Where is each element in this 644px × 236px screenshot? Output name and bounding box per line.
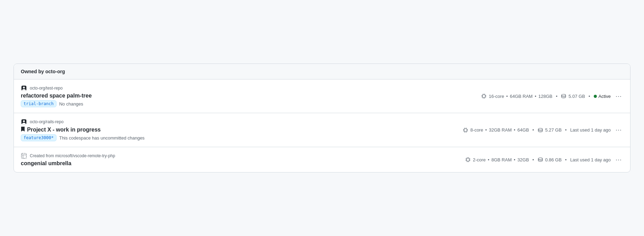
cpu-spec: 8-core [470,127,483,133]
storage-icon [538,157,543,162]
dot-separator: • [565,127,567,133]
item-right-2: 2-core • 8GB RAM • 32GB • 0.86 GB • Last… [465,155,623,164]
svg-rect-2 [482,95,485,98]
name-line-2: congenial umbrella [21,160,115,167]
storage-value: 5.27 GB [545,127,562,133]
repo-owner-text: octo-org/rails-repo [30,119,63,124]
storage-group: 5.07 GB [561,93,585,99]
last-used-text: Last used 1 day ago [570,157,611,162]
dot-separator: • [589,94,590,99]
name-line-0: refactored space palm-tree [21,93,92,99]
repo-owner-text: Created from microsoft/vscode-remote-try… [30,153,115,158]
ram-spec: 64GB RAM [510,94,533,99]
branch-line-0: trial-branchNo changes [21,100,92,107]
last-used-text: Last used 1 day ago [570,127,611,133]
repo-icon [21,85,27,91]
dot-separator: • [506,94,508,99]
codespace-name: congenial umbrella [21,160,71,167]
more-menu-button[interactable]: ··· [614,126,623,134]
dot-separator: • [556,94,558,99]
codespace-item: Created from microsoft/vscode-remote-try… [14,147,630,172]
ram-spec: 32GB RAM [489,127,512,133]
repo-line-0: octo-org/test-repo [21,85,92,91]
specs-group: 16-core • 64GB RAM • 128GB [481,93,552,99]
cpu-spec: 2-core [473,157,486,162]
cpu-icon [465,157,471,162]
branch-badge: trial-branch [21,100,56,107]
svg-rect-14 [464,129,467,132]
specs-group: 8-core • 32GB RAM • 64GB [463,127,529,133]
svg-rect-27 [467,158,469,161]
disk-spec: 64GB [517,127,529,133]
branch-status-text: No changes [59,101,83,107]
codespace-name: refactored space palm-tree [21,93,92,99]
codespace-list: octo-org/test-reporefactored space palm-… [14,79,630,172]
repo-line-1: octo-org/rails-repo [21,119,145,125]
storage-group: 0.86 GB [538,157,562,162]
svg-point-36 [538,158,542,160]
more-menu-button[interactable]: ··· [614,92,623,101]
svg-point-13 [23,120,25,122]
dot-separator: • [535,94,537,99]
item-left-0: octo-org/test-reporefactored space palm-… [21,85,92,107]
bookmark-icon [21,126,25,133]
card-header: Owned by octo-org [14,64,630,79]
codespace-name: Project X - work in progress [27,127,101,133]
disk-spec: 32GB [517,157,529,162]
cpu-icon [463,127,468,133]
storage-icon [538,127,543,133]
dot-separator: • [514,127,515,133]
codespaces-card: Owned by octo-org octo-org/test-reporefa… [14,64,630,172]
branch-status-text: This codespace has uncommitted changes [59,135,145,141]
card-title: Owned by octo-org [21,69,65,74]
dot-separator: • [532,157,534,162]
item-left-1: octo-org/rails-repoProject X - work in p… [21,119,145,141]
dot-separator: • [485,127,487,133]
dot-separator: • [565,157,567,162]
name-line-1: Project X - work in progress [21,126,145,133]
template-icon [21,153,27,159]
repo-owner-text: octo-org/test-repo [30,86,63,91]
active-label: Active [599,94,611,99]
svg-point-23 [538,128,542,130]
storage-value: 0.86 GB [545,157,562,162]
cpu-spec: 16-core [489,94,504,99]
storage-group: 5.27 GB [538,127,562,133]
dot-separator: • [532,127,534,133]
svg-point-1 [23,87,25,88]
ram-spec: 8GB RAM [491,157,512,162]
active-dot [594,95,597,98]
storage-icon [561,93,566,99]
storage-value: 5.07 GB [568,94,585,99]
svg-point-11 [562,94,566,96]
svg-rect-24 [21,153,26,158]
codespace-item: octo-org/rails-repoProject X - work in p… [14,113,630,147]
cpu-icon [481,93,487,99]
item-right-0: 16-core • 64GB RAM • 128GB • 5.07 GB • A… [481,92,623,101]
item-left-2: Created from microsoft/vscode-remote-try… [21,153,115,167]
active-badge: Active [594,94,611,99]
dot-separator: • [514,157,515,162]
more-menu-button[interactable]: ··· [614,155,623,164]
specs-group: 2-core • 8GB RAM • 32GB [465,157,529,162]
branch-line-1: feature3000*This codespace has uncommitt… [21,134,145,141]
dot-separator: • [488,157,489,162]
codespace-item: octo-org/test-reporefactored space palm-… [14,79,630,113]
repo-line-2: Created from microsoft/vscode-remote-try… [21,153,115,159]
disk-spec: 128GB [538,94,552,99]
branch-badge: feature3000* [21,134,56,141]
repo-icon [21,119,27,125]
item-right-1: 8-core • 32GB RAM • 64GB • 5.27 GB • Las… [463,126,623,134]
